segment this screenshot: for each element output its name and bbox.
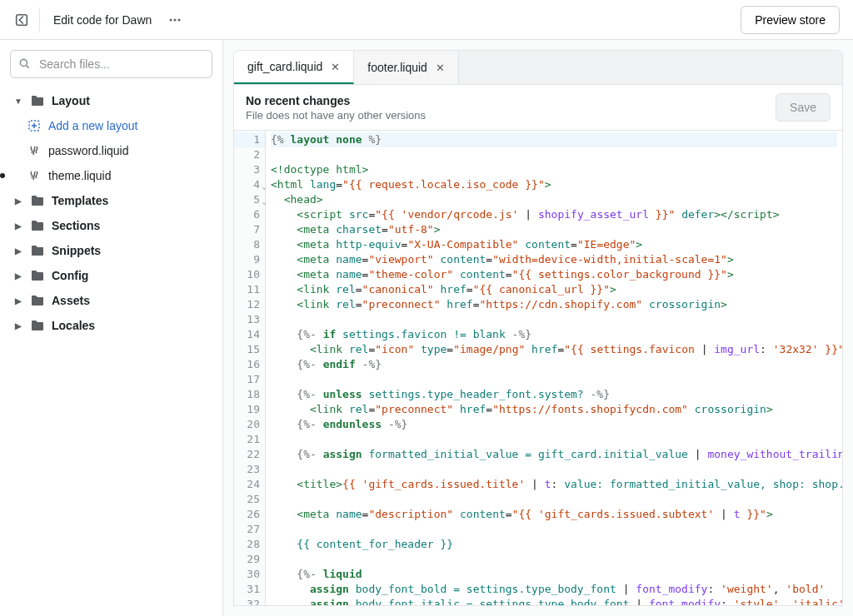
folder-icon [30,293,45,308]
file-label: password.liquid [48,144,129,157]
search-icon [18,57,32,71]
folder-label: Assets [52,294,90,307]
folder-label: Snippets [52,244,101,257]
file-status-sub: File does not have any other versions [246,109,426,122]
line-gutter: 1234⌄5⌄678910111213141516171819202122232… [234,131,266,605]
more-menu-button[interactable] [165,10,185,30]
close-icon[interactable]: ✕ [436,62,445,74]
file-theme-liquid[interactable]: theme.liquid [0,163,216,188]
svg-line-5 [27,66,29,68]
file-sidebar: ▼ Layout Add a new layout password.liqui… [0,40,223,616]
kebab-icon [168,13,182,27]
svg-point-1 [170,18,172,21]
code-editor[interactable]: 1234⌄5⌄678910111213141516171819202122232… [233,131,843,606]
liquid-file-icon [27,143,42,158]
folder-layout[interactable]: ▼ Layout [7,88,216,113]
tab-footer[interactable]: footer.liquid ✕ [354,51,459,84]
svg-line-9 [33,147,35,155]
folder-icon [30,268,45,283]
svg-line-10 [33,171,35,180]
caret-right-icon: ▶ [13,321,23,330]
tab-gift-card[interactable]: gift_card.liquid ✕ [234,51,354,84]
preview-store-button[interactable]: Preview store [741,6,840,34]
search-input[interactable] [10,50,212,78]
file-status-bar: No recent changes File does not have any… [233,85,843,131]
svg-point-2 [174,18,177,21]
file-status-heading: No recent changes [246,94,426,107]
folder-icon [30,318,45,333]
page-title: Edit code for Dawn [53,13,152,27]
add-layout-icon [27,118,42,133]
caret-right-icon: ▶ [13,296,23,306]
caret-right-icon: ▶ [13,271,23,281]
editor-pane: gift_card.liquid ✕ footer.liquid ✕ No re… [223,40,853,616]
folder-label: Layout [52,94,90,107]
folder-label: Locales [52,319,95,332]
exit-button[interactable] [13,7,40,33]
folder-icon [30,218,45,233]
caret-down-icon: ▼ [13,97,23,106]
exit-icon [14,12,29,27]
svg-point-4 [20,59,27,66]
caret-right-icon: ▶ [13,196,23,206]
svg-point-3 [178,18,181,21]
liquid-file-icon [27,168,42,183]
save-button[interactable]: Save [776,93,831,122]
close-icon[interactable]: ✕ [331,61,340,73]
svg-rect-0 [16,14,27,25]
folder-label: Sections [52,219,100,232]
folder-icon [30,243,45,258]
folder-icon [30,193,45,208]
folder-label: Templates [52,194,108,207]
folder-snippets[interactable]: ▶ Snippets [7,238,216,263]
editor-tabs: gift_card.liquid ✕ footer.liquid ✕ [233,50,843,85]
tab-label: gift_card.liquid [247,60,322,73]
folder-assets[interactable]: ▶ Assets [7,288,216,313]
code-area[interactable]: {% layout none %}<!doctype html><html la… [266,131,842,605]
folder-templates[interactable]: ▶ Templates [7,188,216,213]
add-layout-label: Add a new layout [48,119,137,132]
folder-icon [30,93,45,108]
modified-dot-icon [0,173,5,178]
file-label: theme.liquid [48,169,112,182]
tab-label: footer.liquid [367,61,427,74]
folder-sections[interactable]: ▶ Sections [7,213,216,238]
folder-label: Config [52,269,88,282]
folder-config[interactable]: ▶ Config [7,263,216,288]
caret-right-icon: ▶ [13,246,23,256]
folder-locales[interactable]: ▶ Locales [7,313,216,338]
topbar: Edit code for Dawn Preview store [0,0,853,40]
add-layout-action[interactable]: Add a new layout [7,113,216,138]
file-password-liquid[interactable]: password.liquid [7,138,216,163]
caret-right-icon: ▶ [13,221,23,231]
